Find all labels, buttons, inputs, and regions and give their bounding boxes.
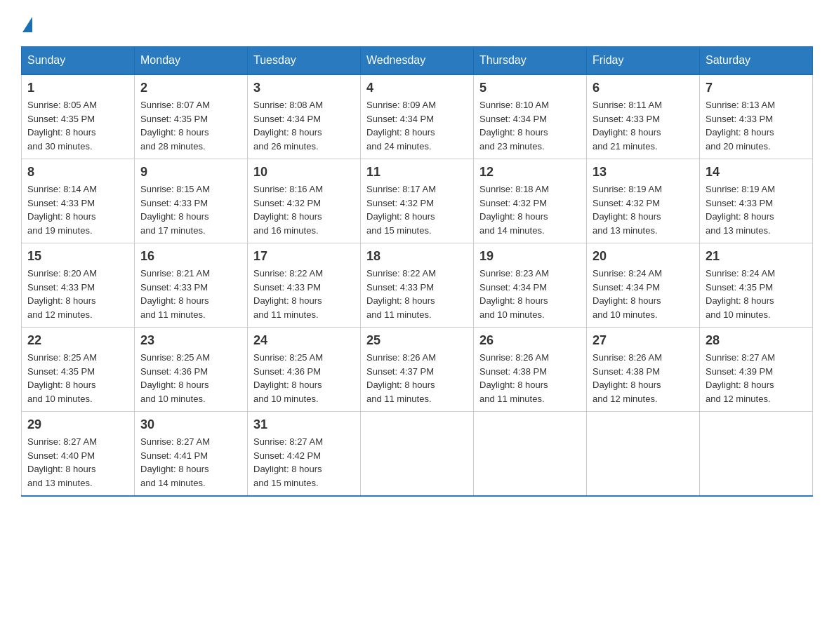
day-number: 3 bbox=[253, 81, 355, 95]
column-header-tuesday: Tuesday bbox=[248, 47, 361, 75]
day-number: 13 bbox=[593, 165, 694, 180]
day-number: 1 bbox=[27, 81, 128, 95]
day-cell-5: 5 Sunrise: 8:10 AMSunset: 4:34 PMDayligh… bbox=[474, 74, 587, 159]
day-cell-22: 22 Sunrise: 8:25 AMSunset: 4:35 PMDaylig… bbox=[22, 328, 135, 412]
day-cell-7: 7 Sunrise: 8:13 AMSunset: 4:33 PMDayligh… bbox=[700, 74, 813, 159]
day-number: 4 bbox=[366, 81, 468, 95]
day-cell-6: 6 Sunrise: 8:11 AMSunset: 4:33 PMDayligh… bbox=[587, 74, 700, 159]
column-header-sunday: Sunday bbox=[22, 47, 135, 75]
day-number: 6 bbox=[593, 81, 694, 95]
day-info: Sunrise: 8:21 AMSunset: 4:33 PMDaylight:… bbox=[140, 267, 241, 321]
column-header-thursday: Thursday bbox=[474, 47, 587, 75]
logo bbox=[21, 14, 32, 32]
day-info: Sunrise: 8:16 AMSunset: 4:32 PMDaylight:… bbox=[253, 182, 355, 237]
week-row-4: 22 Sunrise: 8:25 AMSunset: 4:35 PMDaylig… bbox=[22, 328, 813, 412]
week-row-5: 29 Sunrise: 8:27 AMSunset: 4:40 PMDaylig… bbox=[22, 412, 813, 497]
day-info: Sunrise: 8:07 AMSunset: 4:35 PMDaylight:… bbox=[140, 98, 241, 153]
day-number: 31 bbox=[253, 417, 355, 432]
day-info: Sunrise: 8:20 AMSunset: 4:33 PMDaylight:… bbox=[27, 267, 128, 321]
day-info: Sunrise: 8:10 AMSunset: 4:34 PMDaylight:… bbox=[479, 98, 581, 153]
day-number: 24 bbox=[253, 333, 355, 348]
day-cell-8: 8 Sunrise: 8:14 AMSunset: 4:33 PMDayligh… bbox=[22, 159, 135, 243]
day-cell-3: 3 Sunrise: 8:08 AMSunset: 4:34 PMDayligh… bbox=[248, 74, 361, 159]
page-header bbox=[21, 14, 813, 32]
day-cell-28: 28 Sunrise: 8:27 AMSunset: 4:39 PMDaylig… bbox=[700, 328, 813, 412]
day-number: 22 bbox=[27, 333, 128, 348]
day-number: 9 bbox=[140, 165, 241, 180]
day-cell-23: 23 Sunrise: 8:25 AMSunset: 4:36 PMDaylig… bbox=[135, 328, 248, 412]
empty-cell bbox=[361, 412, 474, 497]
day-number: 5 bbox=[479, 81, 581, 95]
day-info: Sunrise: 8:27 AMSunset: 4:39 PMDaylight:… bbox=[706, 351, 807, 405]
day-number: 12 bbox=[479, 165, 581, 180]
day-number: 15 bbox=[27, 249, 128, 264]
day-info: Sunrise: 8:24 AMSunset: 4:35 PMDaylight:… bbox=[706, 267, 807, 321]
week-row-1: 1 Sunrise: 8:05 AMSunset: 4:35 PMDayligh… bbox=[22, 74, 813, 159]
day-cell-15: 15 Sunrise: 8:20 AMSunset: 4:33 PMDaylig… bbox=[22, 243, 135, 328]
day-number: 2 bbox=[140, 81, 241, 95]
day-info: Sunrise: 8:27 AMSunset: 4:42 PMDaylight:… bbox=[253, 435, 355, 490]
day-info: Sunrise: 8:17 AMSunset: 4:32 PMDaylight:… bbox=[366, 182, 468, 237]
column-header-monday: Monday bbox=[135, 47, 248, 75]
day-number: 16 bbox=[140, 249, 241, 264]
day-info: Sunrise: 8:05 AMSunset: 4:35 PMDaylight:… bbox=[27, 98, 128, 153]
day-info: Sunrise: 8:26 AMSunset: 4:37 PMDaylight:… bbox=[366, 351, 468, 405]
day-number: 11 bbox=[366, 165, 468, 180]
day-info: Sunrise: 8:22 AMSunset: 4:33 PMDaylight:… bbox=[253, 267, 355, 321]
day-info: Sunrise: 8:11 AMSunset: 4:33 PMDaylight:… bbox=[593, 98, 694, 153]
column-header-friday: Friday bbox=[587, 47, 700, 75]
day-cell-31: 31 Sunrise: 8:27 AMSunset: 4:42 PMDaylig… bbox=[248, 412, 361, 497]
day-number: 8 bbox=[27, 165, 128, 180]
day-cell-16: 16 Sunrise: 8:21 AMSunset: 4:33 PMDaylig… bbox=[135, 243, 248, 328]
day-number: 7 bbox=[706, 81, 807, 95]
day-cell-9: 9 Sunrise: 8:15 AMSunset: 4:33 PMDayligh… bbox=[135, 159, 248, 243]
day-cell-13: 13 Sunrise: 8:19 AMSunset: 4:32 PMDaylig… bbox=[587, 159, 700, 243]
day-info: Sunrise: 8:27 AMSunset: 4:41 PMDaylight:… bbox=[140, 435, 241, 490]
header-row: SundayMondayTuesdayWednesdayThursdayFrid… bbox=[22, 47, 813, 75]
day-cell-26: 26 Sunrise: 8:26 AMSunset: 4:38 PMDaylig… bbox=[474, 328, 587, 412]
day-cell-10: 10 Sunrise: 8:16 AMSunset: 4:32 PMDaylig… bbox=[248, 159, 361, 243]
week-row-3: 15 Sunrise: 8:20 AMSunset: 4:33 PMDaylig… bbox=[22, 243, 813, 328]
day-number: 21 bbox=[706, 249, 807, 264]
day-number: 26 bbox=[479, 333, 581, 348]
day-number: 10 bbox=[253, 165, 355, 180]
day-number: 29 bbox=[27, 417, 128, 432]
day-cell-11: 11 Sunrise: 8:17 AMSunset: 4:32 PMDaylig… bbox=[361, 159, 474, 243]
empty-cell bbox=[587, 412, 700, 497]
day-cell-19: 19 Sunrise: 8:23 AMSunset: 4:34 PMDaylig… bbox=[474, 243, 587, 328]
day-number: 14 bbox=[706, 165, 807, 180]
day-cell-25: 25 Sunrise: 8:26 AMSunset: 4:37 PMDaylig… bbox=[361, 328, 474, 412]
calendar-table: SundayMondayTuesdayWednesdayThursdayFrid… bbox=[21, 46, 813, 497]
empty-cell bbox=[700, 412, 813, 497]
day-cell-27: 27 Sunrise: 8:26 AMSunset: 4:38 PMDaylig… bbox=[587, 328, 700, 412]
day-info: Sunrise: 8:23 AMSunset: 4:34 PMDaylight:… bbox=[479, 267, 581, 321]
day-info: Sunrise: 8:19 AMSunset: 4:32 PMDaylight:… bbox=[593, 182, 694, 237]
day-info: Sunrise: 8:26 AMSunset: 4:38 PMDaylight:… bbox=[479, 351, 581, 405]
day-number: 25 bbox=[366, 333, 468, 348]
day-info: Sunrise: 8:25 AMSunset: 4:36 PMDaylight:… bbox=[140, 351, 241, 405]
day-cell-17: 17 Sunrise: 8:22 AMSunset: 4:33 PMDaylig… bbox=[248, 243, 361, 328]
day-info: Sunrise: 8:13 AMSunset: 4:33 PMDaylight:… bbox=[706, 98, 807, 153]
day-number: 30 bbox=[140, 417, 241, 432]
day-number: 18 bbox=[366, 249, 468, 264]
day-number: 23 bbox=[140, 333, 241, 348]
day-cell-2: 2 Sunrise: 8:07 AMSunset: 4:35 PMDayligh… bbox=[135, 74, 248, 159]
day-cell-12: 12 Sunrise: 8:18 AMSunset: 4:32 PMDaylig… bbox=[474, 159, 587, 243]
logo-triangle-icon bbox=[22, 17, 32, 32]
column-header-wednesday: Wednesday bbox=[361, 47, 474, 75]
day-info: Sunrise: 8:24 AMSunset: 4:34 PMDaylight:… bbox=[593, 267, 694, 321]
day-info: Sunrise: 8:09 AMSunset: 4:34 PMDaylight:… bbox=[366, 98, 468, 153]
day-info: Sunrise: 8:26 AMSunset: 4:38 PMDaylight:… bbox=[593, 351, 694, 405]
day-cell-30: 30 Sunrise: 8:27 AMSunset: 4:41 PMDaylig… bbox=[135, 412, 248, 497]
day-info: Sunrise: 8:25 AMSunset: 4:35 PMDaylight:… bbox=[27, 351, 128, 405]
day-info: Sunrise: 8:14 AMSunset: 4:33 PMDaylight:… bbox=[27, 182, 128, 237]
day-cell-1: 1 Sunrise: 8:05 AMSunset: 4:35 PMDayligh… bbox=[22, 74, 135, 159]
day-info: Sunrise: 8:19 AMSunset: 4:33 PMDaylight:… bbox=[706, 182, 807, 237]
day-info: Sunrise: 8:25 AMSunset: 4:36 PMDaylight:… bbox=[253, 351, 355, 405]
day-number: 17 bbox=[253, 249, 355, 264]
day-cell-14: 14 Sunrise: 8:19 AMSunset: 4:33 PMDaylig… bbox=[700, 159, 813, 243]
day-info: Sunrise: 8:15 AMSunset: 4:33 PMDaylight:… bbox=[140, 182, 241, 237]
day-cell-4: 4 Sunrise: 8:09 AMSunset: 4:34 PMDayligh… bbox=[361, 74, 474, 159]
day-info: Sunrise: 8:08 AMSunset: 4:34 PMDaylight:… bbox=[253, 98, 355, 153]
day-number: 19 bbox=[479, 249, 581, 264]
